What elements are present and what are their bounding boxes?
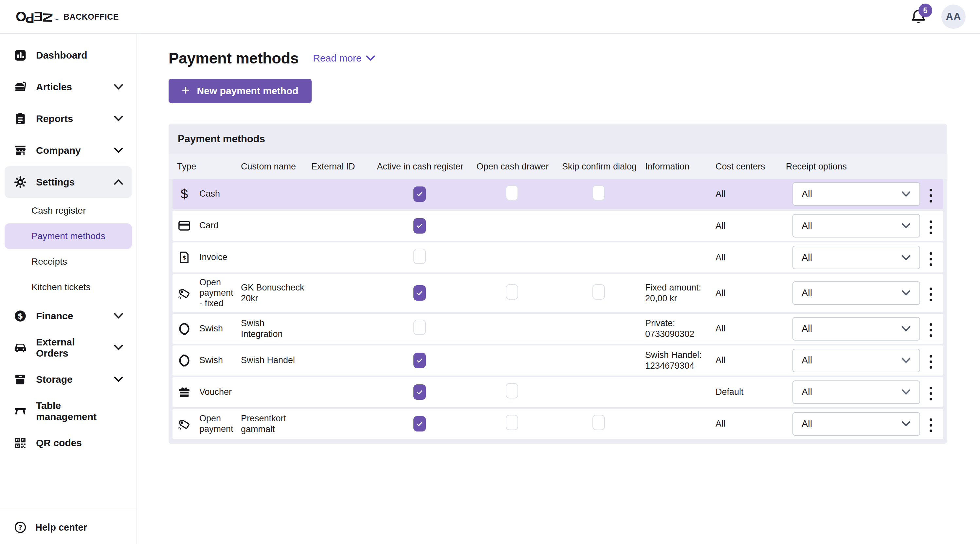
sidebar-item-external-orders[interactable]: External Orders: [5, 332, 132, 364]
sidebar-item-finance[interactable]: $Finance: [5, 300, 132, 332]
active-in-cash-register-checkbox[interactable]: [414, 353, 426, 368]
receipt-options-value: All: [802, 418, 812, 429]
settings-icon: [13, 175, 27, 189]
column-header-information: Information: [645, 162, 716, 172]
table-row-presentkort-gammalt[interactable]: Open paymentPresentkort gammaltAllAll: [172, 409, 943, 439]
active-in-cash-register-checkbox[interactable]: [414, 186, 426, 202]
help-icon: ?: [13, 520, 27, 534]
row-menu-button[interactable]: [925, 218, 937, 237]
column-header-skip-confirm-dialog: Skip confirm dialog: [562, 162, 640, 172]
articles-icon: [13, 80, 27, 94]
payment-methods-card: Payment methods TypeCustom nameExternal …: [169, 124, 947, 443]
receipt-options-select[interactable]: All: [792, 246, 920, 269]
sidebar-item-label: External Orders: [36, 337, 105, 359]
column-header-receipt-options: Receipt options: [786, 162, 923, 172]
sidebar-item-help-center[interactable]: ? Help center: [5, 510, 132, 544]
sidebar-item-label: Table management: [36, 400, 123, 422]
receipt-options-select[interactable]: All: [792, 281, 920, 305]
sidebar-item-settings[interactable]: Settings: [5, 166, 132, 198]
sidebar-item-reports[interactable]: Reports: [5, 103, 132, 135]
sidebar-item-qr-codes[interactable]: QR codes: [5, 427, 132, 459]
active-in-cash-register-checkbox[interactable]: [414, 249, 426, 264]
skip-confirm-dialog-checkbox[interactable]: [592, 415, 605, 430]
sidebar-item-receipts[interactable]: Receipts: [5, 249, 132, 275]
payment-type-label: Open payment - fixed: [199, 277, 236, 309]
column-header-type: Type: [177, 162, 241, 172]
skip-confirm-dialog-checkbox[interactable]: [592, 284, 605, 300]
external-orders-icon: [13, 340, 27, 355]
new-payment-method-label: New payment method: [197, 85, 299, 97]
table-row-invoice[interactable]: $InvoiceAllAll: [172, 242, 943, 272]
sidebar: DashboardArticlesReportsCompanySettingsC…: [0, 34, 137, 544]
table-row-voucher[interactable]: VoucherDefaultAll: [172, 377, 943, 407]
chevron-down-icon: [901, 326, 911, 332]
payment-type-label: Swish: [199, 355, 223, 366]
active-in-cash-register-cell: [414, 249, 430, 266]
active-in-cash-register-checkbox[interactable]: [414, 319, 426, 335]
column-header-custom-name: Custom name: [241, 162, 311, 172]
table-row-cash[interactable]: $CashAllAll: [172, 179, 943, 209]
receipt-options-select[interactable]: All: [792, 182, 920, 206]
table-row-swish-handel[interactable]: SwishSwish HandelSwish Handel: 123467930…: [172, 345, 943, 375]
row-menu-button[interactable]: [925, 352, 937, 371]
sidebar-item-company[interactable]: Company: [5, 135, 132, 166]
cash-icon: $: [177, 186, 191, 202]
read-more-label: Read more: [313, 52, 361, 64]
receipt-options-select[interactable]: All: [792, 317, 920, 340]
table-management-icon: [13, 404, 27, 418]
sidebar-item-label: Storage: [36, 374, 73, 385]
open-cash-drawer-checkbox[interactable]: [506, 185, 518, 200]
receipt-options-value: All: [802, 386, 812, 398]
active-in-cash-register-checkbox[interactable]: [414, 218, 426, 234]
brand-logo[interactable]: OPEN ™ BACKOFFICE: [16, 10, 119, 24]
receipt-options-select[interactable]: All: [792, 412, 920, 436]
row-menu-button[interactable]: [925, 249, 937, 269]
chevron-down-icon: [114, 313, 123, 319]
sidebar-item-articles[interactable]: Articles: [5, 71, 132, 103]
sidebar-item-cash-register[interactable]: Cash register: [5, 198, 132, 223]
sidebar-item-payment-methods[interactable]: Payment methods: [5, 223, 132, 249]
read-more-link[interactable]: Read more: [313, 52, 375, 64]
card-title: Payment methods: [169, 124, 947, 154]
sidebar-item-kitchen-tickets[interactable]: Kitchen tickets: [5, 275, 132, 300]
sidebar-item-table-management[interactable]: Table management: [5, 395, 132, 427]
row-menu-button[interactable]: [925, 285, 937, 304]
chevron-down-icon: [114, 147, 123, 153]
table-row-card[interactable]: CardAllAll: [172, 211, 943, 241]
open-cash-drawer-cell: [506, 284, 523, 302]
row-menu-button[interactable]: [925, 384, 937, 403]
receipt-options-value: All: [802, 252, 812, 263]
logo-wordmark: OPEN: [16, 10, 52, 24]
table-row-gk-bonuscheck-20kr[interactable]: Open payment - fixedGK Bonuscheck 20krFi…: [172, 274, 943, 312]
row-menu-button[interactable]: [925, 186, 937, 205]
sidebar-item-storage[interactable]: Storage: [5, 364, 132, 395]
new-payment-method-button[interactable]: + New payment method: [169, 79, 312, 103]
receipt-options-value: All: [802, 220, 812, 232]
avatar[interactable]: AA: [941, 5, 966, 29]
sidebar-item-dashboard[interactable]: Dashboard: [5, 39, 132, 71]
receipt-options-select[interactable]: All: [792, 380, 920, 404]
active-in-cash-register-checkbox[interactable]: [414, 385, 426, 400]
notifications-button[interactable]: 5: [910, 8, 927, 25]
row-menu-button[interactable]: [925, 416, 937, 435]
open-cash-drawer-cell: [506, 185, 523, 203]
active-in-cash-register-checkbox[interactable]: [414, 416, 426, 432]
skip-confirm-dialog-cell: [592, 284, 609, 302]
column-header-external-id: External ID: [311, 162, 372, 172]
open-cash-drawer-checkbox[interactable]: [506, 415, 518, 430]
open-cash-drawer-checkbox[interactable]: [506, 284, 518, 300]
active-in-cash-register-cell: [414, 353, 430, 368]
receipt-options-select[interactable]: All: [792, 349, 920, 372]
receipt-options-select[interactable]: All: [792, 214, 920, 237]
finance-icon: $: [13, 309, 27, 323]
sidebar-item-label: Reports: [36, 113, 73, 124]
payment-type-label: Card: [199, 221, 219, 231]
skip-confirm-dialog-checkbox[interactable]: [592, 185, 605, 200]
row-menu-button[interactable]: [925, 321, 937, 340]
open-cash-drawer-checkbox[interactable]: [506, 383, 518, 399]
sidebar-item-label: Company: [36, 145, 81, 156]
active-in-cash-register-cell: [414, 186, 430, 202]
table-row-swish-integration[interactable]: SwishSwish IntegrationPrivate: 073309030…: [172, 314, 943, 344]
active-in-cash-register-checkbox[interactable]: [414, 285, 426, 300]
table-header-row: TypeCustom nameExternal IDActive in cash…: [169, 154, 947, 179]
